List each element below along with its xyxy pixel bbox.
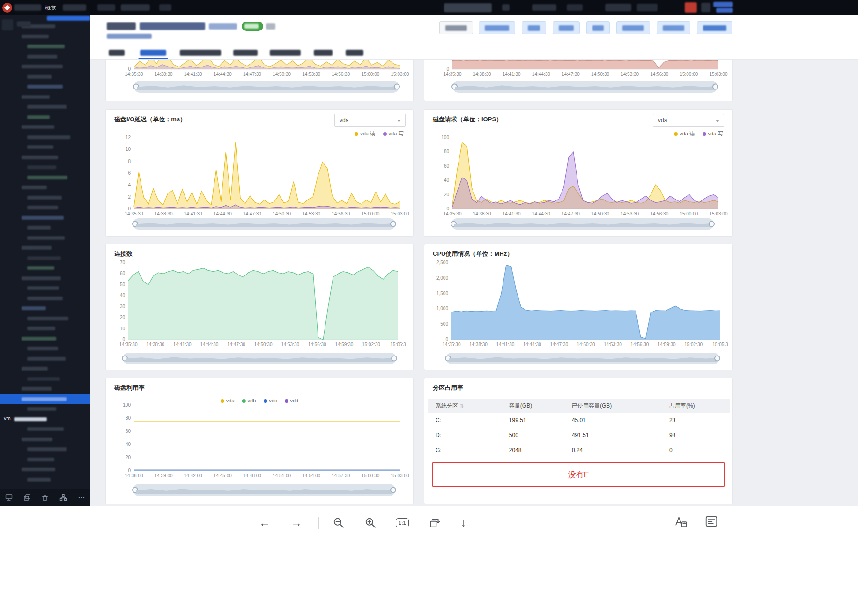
vm-label[interactable]: vm (4, 416, 11, 421)
sidebar-item[interactable] (27, 407, 56, 411)
sidebar-item[interactable] (22, 468, 55, 471)
disk-select-dropdown[interactable]: vda (334, 114, 406, 127)
sidebar-item[interactable] (27, 236, 65, 240)
header-action-button[interactable] (586, 21, 610, 34)
svg-text:15:03:00: 15:03:00 (391, 211, 409, 216)
sidebar-item[interactable] (22, 35, 49, 38)
time-range-slider[interactable] (133, 484, 395, 496)
tab[interactable] (233, 50, 258, 56)
tab[interactable] (109, 50, 125, 56)
disk-iops-card: 磁盘请求（单位：IOPS） vda vda-读vda-写 02040608010… (424, 109, 733, 237)
sidebar-item[interactable] (27, 85, 63, 89)
header-action-button[interactable] (553, 21, 580, 34)
sidebar-item[interactable] (27, 317, 68, 320)
sidebar-item[interactable] (22, 306, 46, 310)
back-arrow-icon[interactable]: ← (259, 517, 270, 528)
tab[interactable] (140, 50, 166, 56)
header-action-button[interactable] (522, 21, 546, 34)
header-action-button[interactable] (657, 21, 690, 34)
sidebar-item[interactable] (27, 297, 63, 300)
zoom-in-icon[interactable] (364, 517, 377, 531)
sidebar-item[interactable] (27, 115, 50, 119)
sidebar-item[interactable] (27, 427, 64, 431)
sidebar-item[interactable] (27, 458, 54, 461)
sidebar-item[interactable] (27, 327, 55, 330)
column-header[interactable]: 系统分区⇅ (428, 399, 502, 413)
header-action-button[interactable] (479, 21, 515, 34)
svg-text:14:41:30: 14:41:30 (184, 72, 202, 77)
tab[interactable] (346, 50, 363, 56)
cell: 45.01 (564, 413, 662, 428)
sidebar-item[interactable] (27, 226, 51, 230)
sidebar-item[interactable] (27, 256, 61, 260)
legend-dot (284, 399, 288, 403)
svg-text:14:38:30: 14:38:30 (469, 342, 488, 347)
header-action-button[interactable] (616, 21, 650, 34)
tab[interactable] (180, 50, 221, 56)
sidebar-item[interactable] (22, 95, 50, 99)
sidebar-item[interactable] (27, 75, 52, 79)
sort-icon[interactable]: ⇅ (460, 403, 464, 408)
tab[interactable] (314, 50, 333, 56)
sidebar-item[interactable] (27, 165, 56, 169)
clone-icon[interactable] (23, 494, 31, 501)
app-logo-icon[interactable] (2, 3, 12, 13)
sidebar-item[interactable] (22, 65, 63, 68)
sidebar-item[interactable] (22, 276, 61, 280)
svg-text:0: 0 (128, 468, 131, 473)
sidebar-item[interactable] (27, 206, 58, 209)
read-aloud-icon[interactable] (704, 514, 718, 530)
sidebar-item[interactable] (27, 55, 57, 59)
legend-item[interactable]: vdd (284, 398, 298, 403)
time-range-slider[interactable] (452, 81, 717, 93)
sidebar-item[interactable] (27, 176, 67, 179)
sidebar-item[interactable] (27, 286, 59, 290)
sidebar-item[interactable] (27, 478, 51, 482)
sidebar-item[interactable] (22, 438, 52, 441)
sidebar-item[interactable] (22, 156, 58, 159)
legend-item[interactable]: vda (221, 398, 235, 403)
nav-overview[interactable]: 概览 (45, 4, 56, 12)
console-icon[interactable] (5, 494, 13, 501)
legend-item[interactable]: vdb (242, 398, 256, 403)
sidebar-item[interactable] (27, 347, 58, 350)
svg-text:14:44:30: 14:44:30 (200, 342, 218, 347)
sidebar-item[interactable] (27, 266, 54, 270)
tab[interactable] (270, 50, 301, 56)
topology-icon[interactable] (59, 494, 67, 501)
sidebar-item[interactable] (27, 377, 60, 381)
translate-icon[interactable] (673, 514, 687, 530)
sidebar-item[interactable] (22, 387, 52, 391)
sidebar-item[interactable] (27, 145, 53, 149)
sidebar-item[interactable] (27, 196, 62, 200)
sidebar-item[interactable] (27, 45, 65, 48)
redacted-text (17, 21, 31, 27)
sidebar-item[interactable] (27, 357, 66, 361)
time-range-slider[interactable] (123, 353, 396, 364)
disk-select-dropdown[interactable]: vda (653, 114, 724, 127)
header-action-button[interactable] (439, 21, 473, 34)
sidebar-item[interactable] (27, 105, 67, 109)
time-range-slider[interactable] (134, 81, 399, 93)
download-icon[interactable]: ↓ (461, 517, 466, 528)
forward-arrow-icon[interactable]: → (291, 517, 302, 528)
sidebar-item[interactable] (22, 337, 56, 341)
more-icon[interactable] (78, 494, 85, 501)
zoom-out-icon[interactable] (333, 517, 345, 531)
legend-item[interactable]: vdc (263, 398, 277, 403)
time-range-slider[interactable] (451, 218, 714, 230)
sidebar-item[interactable] (22, 125, 54, 129)
time-range-slider[interactable] (133, 218, 395, 230)
sidebar-item[interactable] (22, 246, 52, 250)
time-range-slider[interactable] (446, 353, 719, 364)
actual-size-icon[interactable]: 1:1 (396, 518, 409, 527)
header-action-button[interactable] (697, 21, 732, 34)
card-title: 磁盘请求（单位：IOPS） (433, 115, 502, 124)
sidebar-item[interactable] (22, 186, 47, 189)
sidebar-item[interactable] (22, 216, 64, 220)
sidebar-item[interactable] (22, 367, 48, 371)
rotate-icon[interactable] (429, 517, 441, 531)
sidebar-item[interactable] (27, 135, 70, 139)
trash-icon[interactable] (41, 494, 49, 501)
sidebar-item[interactable] (27, 447, 67, 451)
